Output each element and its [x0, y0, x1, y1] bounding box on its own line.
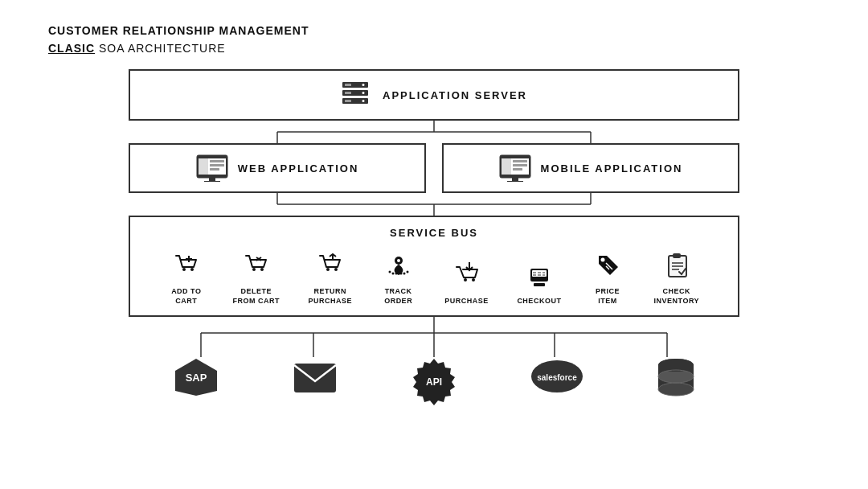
delete-from-cart-label: DELETEFROM CART: [232, 287, 280, 306]
email-icon: [291, 357, 339, 397]
service-item-add-to-cart: ADD TOCART: [169, 247, 204, 306]
svg-point-54: [464, 278, 467, 281]
check-inventory-icon: [659, 247, 694, 282]
svg-text:API: API: [426, 376, 442, 388]
web-app-label: WEB APPLICATION: [238, 162, 359, 175]
svg-point-55: [472, 278, 475, 281]
svg-point-3: [362, 84, 365, 86]
svg-rect-20: [209, 178, 215, 181]
svg-rect-30: [507, 181, 523, 182]
connector-bottom: [129, 317, 739, 357]
svg-rect-24: [502, 155, 529, 158]
svg-rect-64: [538, 274, 541, 276]
svg-rect-62: [542, 272, 545, 273]
svg-rect-19: [210, 168, 219, 171]
svg-text:salesforce: salesforce: [537, 373, 577, 382]
svg-point-48: [388, 271, 391, 273]
system-database: [656, 357, 696, 405]
check-inventory-label: CHECKINVENTORY: [654, 287, 700, 306]
app-server-label: APPLICATION SERVER: [383, 89, 527, 101]
svg-point-4: [362, 92, 365, 94]
connector-mid: [129, 193, 739, 216]
sap-icon: SAP: [172, 357, 220, 397]
add-to-cart-icon: [169, 247, 204, 282]
systems-row: SAP API: [129, 357, 739, 405]
server-icon: [341, 80, 370, 109]
svg-point-49: [391, 273, 394, 275]
svg-rect-21: [204, 181, 220, 182]
svg-rect-60: [533, 272, 536, 273]
checkout-label: CHECKOUT: [517, 297, 561, 306]
service-item-checkout: CHECKOUT: [517, 257, 561, 306]
api-icon: API: [410, 357, 458, 405]
svg-point-35: [182, 268, 186, 271]
track-order-label: TRACKORDER: [384, 287, 412, 306]
salesforce-icon: salesforce: [529, 357, 585, 396]
database-icon: [656, 357, 696, 404]
svg-rect-63: [533, 274, 536, 276]
sub-title: CLASIC SOA ARCHITECTURE: [48, 42, 820, 55]
svg-point-44: [334, 268, 338, 271]
svg-rect-6: [345, 84, 351, 86]
delete-from-cart-icon: [239, 247, 274, 282]
title-section: CUSTOMER RELATIONSHIP MANAGEMENT CLASIC …: [48, 24, 820, 55]
svg-point-51: [406, 271, 408, 273]
price-item-icon: [590, 247, 625, 282]
service-bus-box: SERVICE BUS ADD: [129, 216, 739, 317]
svg-rect-70: [673, 253, 681, 258]
svg-rect-16: [199, 158, 208, 175]
purchase-icon: [449, 257, 485, 292]
svg-rect-65: [542, 274, 545, 276]
sub-title-rest: SOA ARCHITECTURE: [95, 42, 225, 55]
connector-top: [129, 121, 739, 143]
mobile-app-box: MOBILE APPLICATION: [442, 143, 739, 193]
svg-point-40: [260, 268, 264, 271]
svg-point-36: [190, 268, 194, 271]
sub-title-bold: CLASIC: [48, 42, 95, 55]
service-item-track-order: TRACKORDER: [381, 247, 416, 306]
return-purchase-icon: [313, 247, 348, 282]
return-purchase-label: RETURNPURCHASE: [309, 287, 353, 306]
service-item-price-item: PRICEITEM: [590, 247, 625, 306]
svg-rect-15: [199, 155, 226, 158]
service-icons-row: ADD TOCART DE: [146, 247, 722, 306]
svg-rect-28: [513, 168, 522, 171]
web-app-box: WEB APPLICATION: [129, 143, 426, 193]
service-item-purchase: PURCHASE: [444, 257, 489, 306]
system-email: [291, 357, 339, 405]
service-item-check-inventory: CHECKINVENTORY: [654, 247, 700, 306]
system-salesforce: salesforce: [529, 357, 585, 405]
app-server-box: APPLICATION SERVER: [129, 69, 739, 121]
web-app-icon: [196, 154, 228, 182]
app-row: WEB APPLICATION MOBILE: [129, 143, 739, 193]
svg-rect-61: [538, 272, 541, 273]
purchase-label: PURCHASE: [444, 297, 489, 306]
svg-point-39: [252, 268, 256, 271]
checkout-icon: [522, 257, 557, 292]
track-order-icon: [381, 247, 416, 282]
svg-rect-18: [210, 164, 224, 166]
svg-rect-26: [513, 160, 527, 162]
svg-point-52: [403, 273, 405, 275]
service-bus-label: SERVICE BUS: [146, 227, 722, 239]
svg-point-53: [399, 273, 402, 275]
price-item-label: PRICEITEM: [596, 287, 620, 306]
svg-rect-27: [513, 164, 527, 166]
svg-rect-7: [345, 92, 351, 94]
svg-point-66: [600, 258, 604, 262]
svg-rect-59: [534, 283, 545, 286]
svg-rect-83: [294, 364, 336, 392]
diagram-wrapper: APPLICATION SERVER: [129, 69, 739, 405]
system-api: API: [410, 357, 458, 405]
svg-point-50: [395, 273, 397, 275]
svg-rect-25: [502, 158, 511, 175]
svg-point-5: [362, 100, 365, 102]
system-sap: SAP: [172, 357, 220, 405]
svg-rect-8: [345, 100, 351, 102]
svg-point-47: [397, 259, 400, 262]
main-title: CUSTOMER RELATIONSHIP MANAGEMENT: [48, 24, 820, 37]
svg-text:SAP: SAP: [186, 372, 207, 384]
add-to-cart-label: ADD TOCART: [171, 287, 201, 306]
mobile-app-label: MOBILE APPLICATION: [541, 162, 683, 175]
mobile-app-icon: [499, 154, 531, 182]
